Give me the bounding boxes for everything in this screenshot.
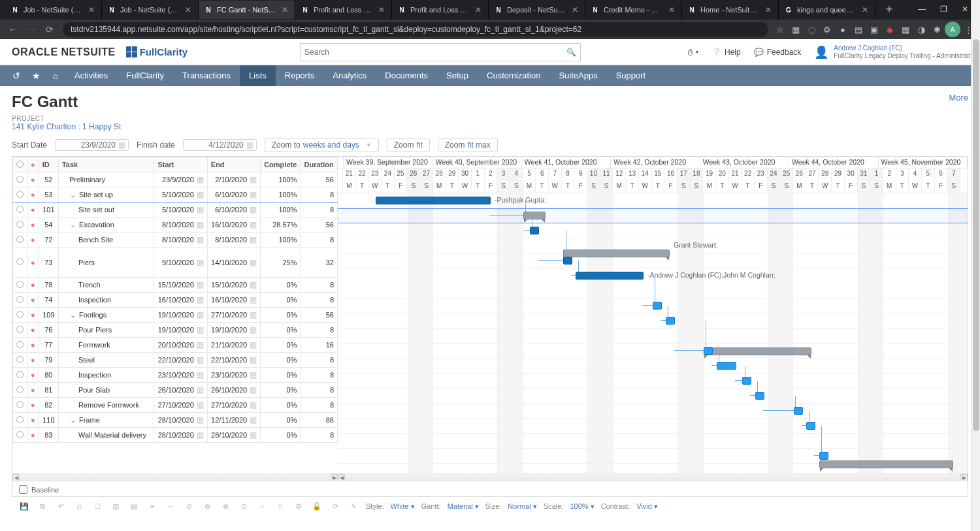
row-delete-icon[interactable]: ● [31, 259, 35, 266]
gantt-bar[interactable] [576, 272, 644, 280]
gantt-bar[interactable] [523, 212, 546, 219]
browser-tab[interactable]: NProfit and Loss Detail -✕ [295, 1, 392, 19]
timeline-row[interactable] [338, 419, 968, 434]
reload-icon[interactable]: ⟳ [41, 24, 59, 35]
gantt-bar[interactable] [666, 317, 675, 325]
contrast-select[interactable]: Vivid ▾ [636, 502, 658, 511]
row-delete-icon[interactable]: ● [31, 221, 35, 229]
table-row[interactable]: ●73Piers9/10/2020 ▦14/10/2020 ▦25%32 [13, 248, 338, 278]
cell-task[interactable]: Piers [58, 248, 154, 278]
help-link[interactable]: ❔Help [711, 48, 741, 57]
gantt-bar[interactable] [794, 407, 803, 415]
baseline-checkbox[interactable] [19, 485, 27, 494]
row-delete-icon[interactable]: ● [31, 176, 35, 184]
undo-icon[interactable]: ↶ [55, 502, 67, 511]
timeline-row[interactable] [338, 374, 968, 389]
row-radio[interactable] [16, 281, 24, 288]
tool-icon[interactable]: ⟳ [329, 502, 341, 511]
nav-item-suiteapps[interactable]: SuiteApps [549, 65, 606, 86]
page-vscrollbar[interactable] [971, 0, 980, 531]
row-delete-icon[interactable]: ● [31, 356, 35, 364]
browser-tab[interactable]: NProfit and Loss Detail -✕ [392, 1, 489, 19]
gantt-bar[interactable] [530, 227, 539, 234]
cell-start[interactable]: 19/10/2020 ▦ [154, 323, 207, 338]
extension-icon[interactable]: ◑ [913, 22, 929, 37]
more-link[interactable]: More [949, 93, 968, 103]
create-shortcut-icon[interactable]: ⎙▾ [688, 48, 698, 57]
browser-tab[interactable]: NJob - NetSuite (FullCla✕ [102, 1, 199, 19]
extension-icon[interactable]: ▦ [898, 22, 913, 37]
window-close-icon[interactable]: ✕ [962, 5, 968, 14]
cell-start[interactable]: 20/10/2020 ▦ [154, 338, 207, 353]
cell-end[interactable]: 16/10/2020 ▦ [207, 217, 260, 233]
cell-end[interactable]: 16/10/2020 ▦ [207, 293, 260, 308]
cell-end[interactable]: 23/10/2020 ▦ [207, 368, 260, 383]
row-radio[interactable] [16, 311, 24, 318]
scale-select[interactable]: 100% ▾ [570, 502, 594, 511]
row-delete-icon[interactable]: ● [31, 401, 35, 409]
nav-item-reports[interactable]: Reports [276, 65, 324, 86]
timeline-row[interactable] [338, 434, 968, 449]
row-delete-icon[interactable]: ● [31, 236, 35, 244]
gantt-bar[interactable] [819, 452, 828, 460]
extension-icon[interactable]: ◌ [804, 22, 819, 37]
search-input[interactable] [304, 48, 566, 57]
row-radio[interactable] [16, 176, 24, 183]
timeline-row[interactable] [338, 344, 968, 359]
recent-icon[interactable]: ↺ [7, 71, 26, 81]
nav-item-setup[interactable]: Setup [437, 65, 478, 86]
row-delete-icon[interactable]: ● [31, 341, 35, 349]
star-icon[interactable]: ☆ [772, 22, 788, 37]
table-row[interactable]: ●101Site set out5/10/2020 ▦6/10/2020 ▦10… [13, 202, 338, 217]
nav-item-support[interactable]: Support [607, 65, 655, 86]
cell-start[interactable]: 16/10/2020 ▦ [154, 293, 207, 308]
cell-task[interactable]: ⌄ Footings [58, 308, 154, 323]
home-icon[interactable]: ⌂ [46, 71, 65, 81]
row-radio[interactable] [16, 326, 24, 333]
new-tab-button[interactable]: ＋ [875, 1, 903, 19]
cell-end[interactable]: 6/10/2020 ▦ [207, 187, 260, 202]
cell-end[interactable]: 12/11/2020 ▦ [207, 413, 260, 428]
tab-close-icon[interactable]: ✕ [764, 5, 773, 14]
row-delete-icon[interactable]: ● [31, 326, 35, 334]
row-radio[interactable] [16, 431, 24, 438]
cell-end[interactable]: 8/10/2020 ▦ [207, 233, 260, 248]
row-delete-icon[interactable]: ● [31, 416, 35, 424]
cell-task[interactable]: ⌄ Site set up [58, 187, 154, 202]
table-row[interactable]: ●52Preliminary23/9/2020 ▦2/10/2020 ▦100%… [13, 172, 338, 187]
profile-avatar-icon[interactable]: A [945, 22, 960, 37]
expand-icon[interactable]: ⌄ [69, 191, 77, 199]
row-radio[interactable] [16, 296, 24, 303]
expand-icon[interactable]: ⌄ [69, 311, 77, 319]
zoom-reset-icon[interactable]: ⊙ [238, 502, 250, 511]
browser-tab[interactable]: NHome - NetSuite (FullC✕ [682, 1, 779, 19]
tool-icon[interactable]: ▥ [110, 502, 122, 511]
tab-close-icon[interactable]: ✕ [570, 5, 580, 14]
nav-item-fullclarity[interactable]: FullClarity [117, 65, 173, 86]
cell-start[interactable]: 8/10/2020 ▦ [154, 217, 207, 233]
row-radio[interactable] [16, 401, 24, 408]
row-delete-icon[interactable]: ● [31, 311, 35, 319]
style-select[interactable]: White ▾ [391, 502, 415, 511]
tab-close-icon[interactable]: ✕ [474, 5, 483, 14]
nav-item-documents[interactable]: Documents [376, 65, 437, 86]
back-icon[interactable]: ← [4, 24, 22, 35]
cell-task[interactable]: Pour Piers [58, 323, 154, 338]
cell-end[interactable]: 6/10/2020 ▦ [207, 202, 260, 217]
tab-close-icon[interactable]: ✕ [377, 5, 386, 14]
tool-icon[interactable]: ▤ [128, 502, 140, 511]
start-date-input[interactable]: 23/9/2020▦ [55, 139, 129, 151]
cell-task[interactable]: Pour Slab [58, 383, 154, 398]
row-radio[interactable] [16, 341, 24, 348]
address-bar[interactable]: tstdrv2135944.app.netsuite.com/app/site/… [63, 22, 768, 37]
copy-icon[interactable]: ⧉ [37, 502, 48, 511]
right-hscrollbar[interactable]: ◀▶ [338, 474, 968, 481]
extension-icon[interactable]: ⚙ [819, 22, 835, 37]
extension-icon[interactable]: ▣ [866, 22, 882, 37]
browser-tab[interactable]: NCredit Memo - NetSui✕ [585, 1, 682, 19]
row-delete-icon[interactable]: ● [31, 386, 35, 394]
cell-end[interactable]: 14/10/2020 ▦ [207, 248, 260, 278]
cell-end[interactable]: 26/10/2020 ▦ [207, 383, 260, 398]
search-icon[interactable]: 🔍 [566, 48, 576, 57]
left-hscrollbar[interactable]: ◀▶ [12, 474, 338, 481]
